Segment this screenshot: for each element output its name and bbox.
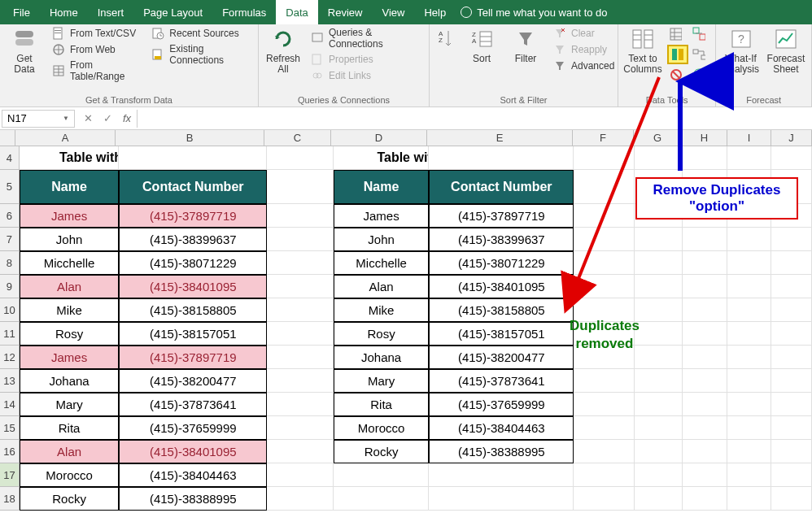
cell-D10[interactable]: Mike xyxy=(334,298,429,322)
row-header-7[interactable]: 7 xyxy=(0,228,20,251)
menu-tab-insert[interactable]: Insert xyxy=(88,0,134,24)
cell-C4[interactable] xyxy=(267,146,334,170)
cell-D13[interactable]: Mary xyxy=(334,369,429,393)
cell-I9[interactable] xyxy=(727,275,771,298)
cell-H9[interactable] xyxy=(683,275,728,298)
cell-G4[interactable] xyxy=(635,146,683,170)
filter-button[interactable]: Filter xyxy=(506,26,545,66)
cell-B18[interactable]: (415)-38388995 xyxy=(119,487,267,511)
remove-duplicates-button[interactable] xyxy=(667,45,688,64)
cell-F14[interactable] xyxy=(574,393,635,416)
cell-F8[interactable] xyxy=(574,251,635,275)
cell-D8[interactable]: Micchelle xyxy=(334,251,429,275)
sort-button[interactable]: ZA Sort xyxy=(462,26,501,66)
row-header-15[interactable]: 15 xyxy=(0,416,20,440)
cell-E18[interactable] xyxy=(429,487,574,511)
cell-J4[interactable] xyxy=(771,146,812,170)
cell-D16[interactable]: Rocky xyxy=(334,440,429,463)
cell-E10[interactable]: (415)-38158805 xyxy=(429,298,574,322)
cell-G8[interactable] xyxy=(635,251,683,275)
menu-tab-formulas[interactable]: Formulas xyxy=(212,0,276,24)
tell-me[interactable]: Tell me what you want to do xyxy=(461,7,607,19)
cell-D14[interactable]: Rita xyxy=(334,393,429,416)
enter-formula-button[interactable]: ✓ xyxy=(98,107,117,129)
column-header-A[interactable]: A xyxy=(15,130,116,146)
cell-C10[interactable] xyxy=(267,298,334,322)
cell-J8[interactable] xyxy=(771,251,812,275)
cell-F16[interactable] xyxy=(574,440,635,463)
cell-G12[interactable] xyxy=(635,346,683,369)
cell-J12[interactable] xyxy=(771,346,812,369)
cell-G15[interactable] xyxy=(635,416,683,440)
cell-F15[interactable] xyxy=(574,416,635,440)
cell-A4[interactable]: Table with Duplicate values xyxy=(20,146,119,170)
cell-E8[interactable]: (415)-38071229 xyxy=(429,251,574,275)
cell-A8[interactable]: Micchelle xyxy=(20,251,119,275)
row-header-8[interactable]: 8 xyxy=(0,251,20,275)
cell-B17[interactable]: (415)-38404463 xyxy=(119,463,267,487)
name-box[interactable]: N17▼ xyxy=(2,110,75,128)
cell-J7[interactable] xyxy=(771,228,812,251)
cell-A10[interactable]: Mike xyxy=(20,298,119,322)
cell-H16[interactable] xyxy=(683,440,728,463)
menu-tab-home[interactable]: Home xyxy=(40,0,88,24)
relationships-button[interactable] xyxy=(691,45,712,64)
cell-F5[interactable] xyxy=(574,170,635,204)
cell-J13[interactable] xyxy=(771,369,812,393)
cell-B8[interactable]: (415)-38071229 xyxy=(119,251,267,275)
cell-H8[interactable] xyxy=(683,251,728,275)
cell-J10[interactable] xyxy=(771,298,812,322)
cell-C11[interactable] xyxy=(267,322,334,346)
menu-tab-review[interactable]: Review xyxy=(318,0,373,24)
cell-E7[interactable]: (415)-38399637 xyxy=(429,228,574,251)
cell-I18[interactable] xyxy=(727,487,771,511)
cell-C14[interactable] xyxy=(267,393,334,416)
cell-F18[interactable] xyxy=(574,487,635,511)
cell-E16[interactable]: (415)-38388995 xyxy=(429,440,574,463)
cell-D17[interactable] xyxy=(334,463,429,487)
cell-B14[interactable]: (415)-37873641 xyxy=(119,393,267,416)
cell-G13[interactable] xyxy=(635,369,683,393)
cell-A13[interactable]: Johana xyxy=(20,369,119,393)
cell-D7[interactable]: John xyxy=(334,228,429,251)
cell-D5[interactable]: Name xyxy=(334,170,429,204)
cell-J18[interactable] xyxy=(771,487,812,511)
column-header-I[interactable]: I xyxy=(727,130,771,146)
row-header-11[interactable]: 11 xyxy=(0,322,20,346)
chevron-down-icon[interactable]: ▼ xyxy=(63,115,69,122)
column-header-E[interactable]: E xyxy=(427,130,573,146)
row-header-13[interactable]: 13 xyxy=(0,369,20,393)
cell-H11[interactable] xyxy=(683,322,728,346)
cell-D15[interactable]: Morocco xyxy=(334,416,429,440)
cell-A6[interactable]: James xyxy=(20,204,119,228)
existing-connections-button[interactable]: Existing Connections xyxy=(148,42,253,67)
cell-B4[interactable] xyxy=(119,146,267,170)
cell-I16[interactable] xyxy=(727,440,771,463)
cell-C8[interactable] xyxy=(267,251,334,275)
forecast-sheet-button[interactable]: Forecast Sheet xyxy=(766,26,806,76)
row-header-18[interactable]: 18 xyxy=(0,487,20,511)
cell-C6[interactable] xyxy=(267,204,334,228)
cell-C12[interactable] xyxy=(267,346,334,369)
consolidate-button[interactable] xyxy=(691,26,712,42)
column-header-J[interactable]: J xyxy=(771,130,812,146)
column-header-H[interactable]: H xyxy=(682,130,727,146)
from-text-csv-button[interactable]: From Text/CSV xyxy=(49,26,143,41)
cell-H7[interactable] xyxy=(683,228,728,251)
cell-D4[interactable]: Table with Unique values xyxy=(334,146,429,170)
cell-A5[interactable]: Name xyxy=(20,170,119,204)
from-web-button[interactable]: From Web xyxy=(49,42,143,57)
cell-G14[interactable] xyxy=(635,393,683,416)
cell-B15[interactable]: (415)-37659999 xyxy=(119,416,267,440)
get-data-button[interactable]: Get Data xyxy=(5,26,44,76)
cell-B13[interactable]: (415)-38200477 xyxy=(119,369,267,393)
advanced-button[interactable]: Advanced xyxy=(550,59,618,73)
menu-tab-file[interactable]: File xyxy=(3,0,40,24)
refresh-all-button[interactable]: Refresh All xyxy=(264,26,303,76)
cell-C5[interactable] xyxy=(267,170,334,204)
row-header-12[interactable]: 12 xyxy=(0,346,20,369)
cell-B10[interactable]: (415)-38158805 xyxy=(119,298,267,322)
cell-H18[interactable] xyxy=(683,487,728,511)
row-header-9[interactable]: 9 xyxy=(0,275,20,298)
cell-E9[interactable]: (415)-38401095 xyxy=(429,275,574,298)
